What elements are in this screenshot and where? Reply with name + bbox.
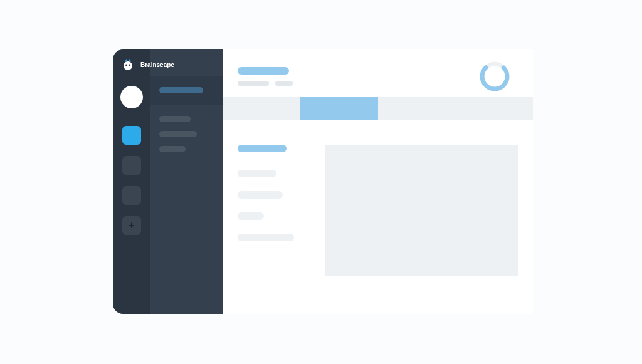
list-item[interactable] [159, 131, 197, 137]
tab-3[interactable] [378, 97, 456, 120]
add-button[interactable]: + [122, 216, 141, 235]
header-subtitle-row [238, 81, 518, 86]
body-line-placeholder [238, 191, 283, 199]
brand-name: Brainscape [140, 61, 174, 68]
logo[interactable]: Brainscape [113, 58, 150, 71]
subtitle-placeholder-1 [238, 81, 269, 86]
main-body [223, 120, 533, 291]
list-item[interactable] [159, 116, 191, 122]
app-container: Brainscape + [113, 49, 533, 314]
left-column [238, 145, 307, 276]
svg-point-0 [124, 61, 132, 70]
body-line-placeholder [238, 234, 294, 241]
section-label-placeholder [238, 145, 287, 152]
nav-item-3[interactable] [122, 186, 141, 205]
plus-icon: + [129, 220, 134, 231]
avatar[interactable] [120, 86, 143, 108]
svg-point-2 [129, 65, 130, 66]
content-panel [325, 145, 518, 276]
sidebar-header [150, 76, 223, 105]
tab-4[interactable] [455, 97, 533, 120]
sidebar-narrow: Brainscape + [113, 49, 150, 314]
sidebar-title-placeholder [159, 87, 203, 93]
brainscape-logo-icon [122, 58, 134, 71]
list-item[interactable] [159, 146, 186, 152]
header-area [223, 49, 533, 97]
svg-point-1 [125, 65, 127, 66]
nav-item-1[interactable] [122, 126, 141, 145]
page-title-placeholder [238, 67, 289, 75]
body-line-placeholder [238, 170, 276, 177]
sidebar-list [150, 105, 223, 164]
tab-2[interactable] [300, 97, 378, 120]
nav-item-2[interactable] [122, 156, 141, 175]
tab-1[interactable] [223, 97, 300, 120]
sidebar-wide [150, 49, 223, 314]
progress-ring [479, 61, 510, 92]
main-content [223, 49, 533, 314]
body-line-placeholder [238, 212, 264, 220]
subtitle-placeholder-2 [275, 81, 293, 86]
tabs [223, 97, 533, 120]
